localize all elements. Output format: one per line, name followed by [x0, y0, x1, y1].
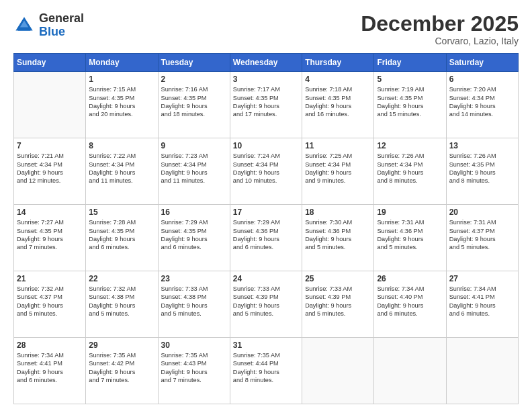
day-number: 22 [89, 274, 154, 283]
table-row: 18Sunrise: 7:30 AMSunset: 4:36 PMDayligh… [302, 205, 374, 271]
day-info: Sunrise: 7:19 AMSunset: 4:35 PMDaylight:… [377, 85, 443, 119]
table-row: 13Sunrise: 7:26 AMSunset: 4:35 PMDayligh… [446, 138, 518, 205]
calendar-week-row: 1Sunrise: 7:15 AMSunset: 4:35 PMDaylight… [14, 72, 519, 138]
logo-general-text: General [39, 12, 84, 26]
table-row: 5Sunrise: 7:19 AMSunset: 4:35 PMDaylight… [374, 72, 446, 138]
day-info: Sunrise: 7:27 AMSunset: 4:35 PMDaylight:… [17, 218, 83, 252]
col-thursday: Thursday [302, 54, 374, 72]
day-info: Sunrise: 7:18 AMSunset: 4:35 PMDaylight:… [305, 85, 371, 119]
day-info: Sunrise: 7:34 AMSunset: 4:41 PMDaylight:… [449, 285, 515, 318]
table-row [374, 338, 446, 404]
day-number: 20 [449, 208, 515, 217]
day-info: Sunrise: 7:32 AMSunset: 4:38 PMDaylight:… [89, 285, 154, 318]
day-number: 9 [161, 141, 227, 150]
day-number: 10 [233, 141, 299, 150]
day-info: Sunrise: 7:34 AMSunset: 4:40 PMDaylight:… [377, 285, 443, 318]
table-row: 2Sunrise: 7:16 AMSunset: 4:35 PMDaylight… [158, 72, 230, 138]
table-row: 6Sunrise: 7:20 AMSunset: 4:34 PMDaylight… [446, 72, 518, 138]
col-tuesday: Tuesday [158, 54, 230, 72]
day-info: Sunrise: 7:33 AMSunset: 4:38 PMDaylight:… [161, 285, 227, 318]
day-info: Sunrise: 7:32 AMSunset: 4:37 PMDaylight:… [17, 285, 83, 318]
day-info: Sunrise: 7:21 AMSunset: 4:34 PMDaylight:… [17, 152, 83, 185]
calendar-week-row: 14Sunrise: 7:27 AMSunset: 4:35 PMDayligh… [14, 205, 519, 271]
header: General Blue December 2025 Corvaro, Lazi… [13, 12, 519, 46]
day-info: Sunrise: 7:15 AMSunset: 4:35 PMDaylight:… [89, 85, 154, 119]
day-number: 18 [305, 208, 371, 217]
col-saturday: Saturday [446, 54, 518, 72]
table-row: 20Sunrise: 7:31 AMSunset: 4:37 PMDayligh… [446, 205, 518, 271]
day-number: 25 [305, 274, 371, 283]
logo: General Blue [13, 12, 84, 39]
calendar-week-row: 7Sunrise: 7:21 AMSunset: 4:34 PMDaylight… [14, 138, 519, 205]
day-info: Sunrise: 7:28 AMSunset: 4:35 PMDaylight:… [89, 218, 154, 252]
day-info: Sunrise: 7:26 AMSunset: 4:34 PMDaylight:… [377, 152, 443, 185]
table-row: 27Sunrise: 7:34 AMSunset: 4:41 PMDayligh… [446, 271, 518, 338]
day-number: 23 [161, 274, 227, 283]
day-info: Sunrise: 7:33 AMSunset: 4:39 PMDaylight:… [305, 285, 371, 318]
day-info: Sunrise: 7:35 AMSunset: 4:44 PMDaylight:… [233, 351, 299, 385]
day-number: 16 [161, 208, 227, 217]
table-row: 15Sunrise: 7:28 AMSunset: 4:35 PMDayligh… [86, 205, 158, 271]
day-info: Sunrise: 7:35 AMSunset: 4:43 PMDaylight:… [161, 351, 227, 385]
day-info: Sunrise: 7:31 AMSunset: 4:36 PMDaylight:… [377, 218, 443, 252]
day-number: 8 [89, 141, 154, 150]
day-number: 14 [17, 208, 83, 217]
day-number: 28 [17, 340, 83, 350]
col-sunday: Sunday [14, 54, 86, 72]
location: Corvaro, Lazio, Italy [361, 36, 519, 46]
day-info: Sunrise: 7:29 AMSunset: 4:36 PMDaylight:… [233, 218, 299, 252]
table-row [302, 338, 374, 404]
day-info: Sunrise: 7:16 AMSunset: 4:35 PMDaylight:… [161, 85, 227, 119]
table-row: 14Sunrise: 7:27 AMSunset: 4:35 PMDayligh… [14, 205, 86, 271]
calendar-week-row: 28Sunrise: 7:34 AMSunset: 4:41 PMDayligh… [14, 338, 519, 404]
day-number: 5 [377, 75, 443, 84]
day-number: 2 [161, 75, 227, 84]
table-row: 26Sunrise: 7:34 AMSunset: 4:40 PMDayligh… [374, 271, 446, 338]
day-info: Sunrise: 7:23 AMSunset: 4:34 PMDaylight:… [161, 152, 227, 185]
month-title: December 2025 [361, 12, 519, 36]
table-row: 19Sunrise: 7:31 AMSunset: 4:36 PMDayligh… [374, 205, 446, 271]
day-number: 6 [449, 75, 515, 84]
day-info: Sunrise: 7:35 AMSunset: 4:42 PMDaylight:… [89, 351, 154, 385]
table-row: 25Sunrise: 7:33 AMSunset: 4:39 PMDayligh… [302, 271, 374, 338]
calendar-table: Sunday Monday Tuesday Wednesday Thursday… [13, 53, 519, 404]
page: General Blue December 2025 Corvaro, Lazi… [0, 0, 532, 411]
table-row: 7Sunrise: 7:21 AMSunset: 4:34 PMDaylight… [14, 138, 86, 205]
day-number: 7 [17, 141, 83, 150]
table-row: 24Sunrise: 7:33 AMSunset: 4:39 PMDayligh… [230, 271, 302, 338]
day-info: Sunrise: 7:29 AMSunset: 4:35 PMDaylight:… [161, 218, 227, 252]
calendar-week-row: 21Sunrise: 7:32 AMSunset: 4:37 PMDayligh… [14, 271, 519, 338]
day-info: Sunrise: 7:22 AMSunset: 4:34 PMDaylight:… [89, 152, 154, 185]
day-number: 19 [377, 208, 443, 217]
table-row: 21Sunrise: 7:32 AMSunset: 4:37 PMDayligh… [14, 271, 86, 338]
table-row: 1Sunrise: 7:15 AMSunset: 4:35 PMDaylight… [86, 72, 158, 138]
day-info: Sunrise: 7:33 AMSunset: 4:39 PMDaylight:… [233, 285, 299, 318]
day-number: 3 [233, 75, 299, 84]
day-number: 21 [17, 274, 83, 283]
day-info: Sunrise: 7:26 AMSunset: 4:35 PMDaylight:… [449, 152, 515, 185]
day-info: Sunrise: 7:24 AMSunset: 4:34 PMDaylight:… [233, 152, 299, 185]
table-row: 23Sunrise: 7:33 AMSunset: 4:38 PMDayligh… [158, 271, 230, 338]
table-row [14, 72, 86, 138]
day-number: 31 [233, 340, 299, 350]
day-info: Sunrise: 7:25 AMSunset: 4:34 PMDaylight:… [305, 152, 371, 185]
day-info: Sunrise: 7:31 AMSunset: 4:37 PMDaylight:… [449, 218, 515, 252]
day-number: 13 [449, 141, 515, 150]
day-info: Sunrise: 7:34 AMSunset: 4:41 PMDaylight:… [17, 351, 83, 385]
svg-rect-2 [18, 27, 31, 30]
day-info: Sunrise: 7:30 AMSunset: 4:36 PMDaylight:… [305, 218, 371, 252]
calendar-header-row: Sunday Monday Tuesday Wednesday Thursday… [14, 54, 519, 72]
day-number: 17 [233, 208, 299, 217]
day-number: 4 [305, 75, 371, 84]
logo-blue-text: Blue [39, 26, 84, 39]
logo-icon [13, 15, 35, 36]
day-number: 24 [233, 274, 299, 283]
day-number: 11 [305, 141, 371, 150]
table-row: 31Sunrise: 7:35 AMSunset: 4:44 PMDayligh… [230, 338, 302, 404]
table-row: 4Sunrise: 7:18 AMSunset: 4:35 PMDaylight… [302, 72, 374, 138]
day-info: Sunrise: 7:17 AMSunset: 4:35 PMDaylight:… [233, 85, 299, 119]
table-row: 30Sunrise: 7:35 AMSunset: 4:43 PMDayligh… [158, 338, 230, 404]
day-number: 12 [377, 141, 443, 150]
day-number: 1 [89, 75, 154, 84]
table-row [446, 338, 518, 404]
